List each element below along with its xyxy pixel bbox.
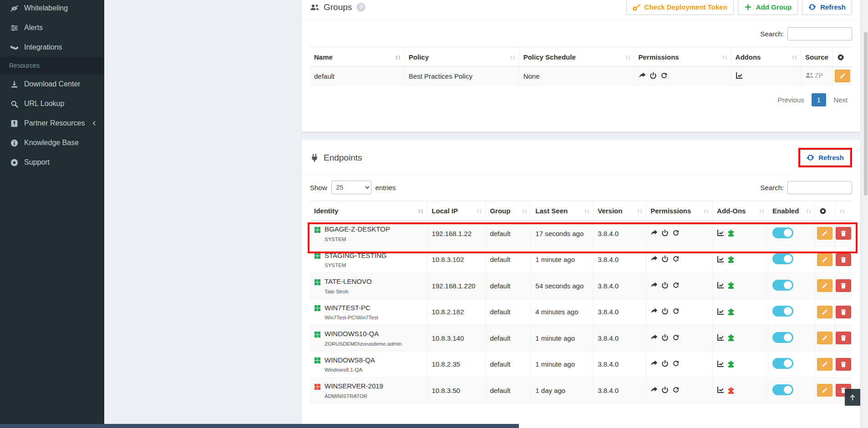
groups-col-permissions[interactable]: Permissions: [634, 47, 731, 67]
enabled-toggle[interactable]: [772, 280, 793, 291]
endpoints-col-group[interactable]: Group: [486, 201, 531, 221]
groups-search-input[interactable]: [787, 27, 852, 40]
groups-col-addons[interactable]: Addons: [731, 47, 801, 67]
share-permission-icon[interactable]: [650, 386, 658, 393]
edit-endpoint-button[interactable]: [817, 358, 832, 371]
redo-permission-icon[interactable]: [672, 386, 680, 393]
share-permission-icon[interactable]: [639, 72, 646, 79]
previous-page-button[interactable]: Previous: [774, 93, 807, 106]
power-permission-icon[interactable]: [650, 72, 657, 79]
redo-permission-icon[interactable]: [672, 334, 680, 341]
edit-endpoint-button[interactable]: [817, 253, 832, 266]
endpoints-col-local-ip[interactable]: Local IP: [427, 201, 486, 221]
next-page-button[interactable]: Next: [830, 93, 851, 106]
puzzle-addon-icon[interactable]: [727, 333, 735, 342]
chart-line-addon-icon[interactable]: [717, 229, 724, 237]
sidebar-item-partner-resources[interactable]: Partner Resources: [0, 113, 104, 133]
page-size-select[interactable]: 25: [331, 181, 371, 194]
share-permission-icon[interactable]: [650, 255, 658, 262]
power-permission-icon[interactable]: [661, 386, 669, 393]
puzzle-addon-icon[interactable]: [727, 307, 735, 316]
groups-col-policy-schedule[interactable]: Policy Schedule: [519, 47, 634, 67]
endpoints-col-enabled[interactable]: Enabled: [768, 201, 815, 221]
redo-permission-icon[interactable]: [672, 229, 680, 237]
sidebar-item-download-center[interactable]: Download Center: [0, 74, 104, 94]
edit-endpoint-button[interactable]: [817, 332, 832, 344]
endpoints-col-last-seen[interactable]: Last Seen: [531, 201, 594, 221]
redo-permission-icon[interactable]: [672, 360, 680, 367]
check-deployment-token-button[interactable]: Check Deployment Token: [626, 0, 734, 15]
chart-line-addon-icon[interactable]: [717, 282, 724, 289]
groups-col-policy[interactable]: Policy: [404, 47, 519, 67]
sidebar-item-url-lookup[interactable]: URL Lookup: [0, 94, 104, 113]
sidebar-item-integrations[interactable]: Integrations: [0, 37, 104, 57]
endpoints-refresh-button[interactable]: Refresh: [800, 150, 850, 166]
edit-group-button[interactable]: [835, 70, 850, 82]
groups-col-name[interactable]: Name: [310, 47, 404, 67]
help-icon[interactable]: ?: [356, 3, 365, 12]
enabled-toggle[interactable]: [772, 306, 793, 317]
power-permission-icon[interactable]: [661, 229, 669, 237]
redo-permission-icon[interactable]: [672, 255, 680, 262]
delete-endpoint-button[interactable]: [836, 253, 851, 266]
enabled-toggle[interactable]: [772, 253, 793, 264]
sidebar-item-support[interactable]: Support: [0, 152, 104, 172]
delete-endpoint-button[interactable]: [836, 332, 851, 344]
power-permission-icon[interactable]: [661, 334, 669, 341]
vertical-scrollbar-thumb[interactable]: [864, 32, 868, 196]
edit-endpoint-button[interactable]: [817, 306, 832, 318]
puzzle-addon-icon[interactable]: [727, 281, 735, 289]
power-permission-icon[interactable]: [661, 282, 669, 289]
chart-line-addon-icon[interactable]: [717, 386, 724, 393]
scroll-to-top-button[interactable]: [845, 389, 860, 406]
puzzle-addon-icon[interactable]: [727, 360, 735, 368]
endpoints-search-input[interactable]: [787, 181, 852, 194]
delete-endpoint-button[interactable]: [836, 358, 851, 371]
puzzle-addon-icon[interactable]: [727, 255, 735, 263]
add-group-button[interactable]: Add Group: [738, 0, 798, 15]
endpoints-col-settings[interactable]: [815, 201, 834, 221]
sidebar-item-alerts[interactable]: Alerts: [0, 18, 104, 37]
endpoints-col-identity[interactable]: Identity: [310, 201, 427, 221]
power-permission-icon[interactable]: [661, 255, 669, 262]
share-permission-icon[interactable]: [650, 334, 658, 341]
endpoints-col-actions[interactable]: [834, 201, 852, 221]
endpoints-col-addons[interactable]: Add-Ons: [713, 201, 768, 221]
puzzle-addon-icon[interactable]: [727, 386, 735, 394]
chart-line-addon-icon[interactable]: [736, 72, 743, 79]
chart-line-addon-icon[interactable]: [717, 308, 724, 315]
share-permission-icon[interactable]: [650, 360, 658, 367]
share-permission-icon[interactable]: [650, 307, 658, 315]
share-permission-icon[interactable]: [650, 229, 658, 237]
redo-permission-icon[interactable]: [660, 72, 668, 79]
groups-refresh-button[interactable]: Refresh: [802, 0, 852, 15]
delete-endpoint-button[interactable]: [836, 306, 851, 318]
power-permission-icon[interactable]: [661, 360, 669, 367]
sidebar-item-knowledge-base[interactable]: Knowledge Base: [0, 133, 104, 152]
groups-col-settings[interactable]: [832, 47, 852, 67]
puzzle-addon-icon[interactable]: [727, 229, 735, 237]
vertical-scrollbar[interactable]: [863, 0, 868, 428]
sidebar-item-whitelabeling[interactable]: Whitelabeling: [0, 0, 104, 18]
groups-col-source[interactable]: Source: [801, 47, 833, 67]
horizontal-scrollbar[interactable]: [0, 424, 868, 428]
chart-line-addon-icon[interactable]: [717, 360, 724, 368]
power-permission-icon[interactable]: [661, 307, 669, 315]
delete-endpoint-button[interactable]: [836, 227, 851, 240]
edit-endpoint-button[interactable]: [817, 279, 832, 292]
horizontal-scrollbar-thumb[interactable]: [0, 424, 519, 428]
edit-endpoint-button[interactable]: [817, 227, 832, 240]
enabled-toggle[interactable]: [772, 332, 793, 343]
chart-line-addon-icon[interactable]: [717, 334, 724, 341]
endpoints-col-version[interactable]: Version: [594, 201, 646, 221]
endpoints-col-permissions[interactable]: Permissions: [646, 201, 713, 221]
enabled-toggle[interactable]: [772, 227, 793, 238]
delete-endpoint-button[interactable]: [836, 279, 851, 292]
share-permission-icon[interactable]: [650, 282, 658, 289]
edit-endpoint-button[interactable]: [817, 384, 832, 397]
redo-permission-icon[interactable]: [672, 282, 680, 289]
page-1-button[interactable]: 1: [812, 93, 826, 106]
enabled-toggle[interactable]: [772, 384, 793, 395]
chart-line-addon-icon[interactable]: [717, 256, 724, 263]
redo-permission-icon[interactable]: [672, 307, 680, 315]
